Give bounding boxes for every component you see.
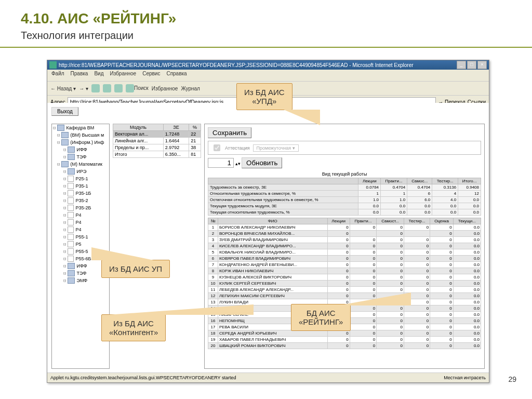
menu-item[interactable]: Справка — [166, 71, 187, 80]
forward-button[interactable]: → ▾ — [79, 86, 88, 91]
tree-item[interactable]: ⊟(ВМ) Высшая м — [52, 131, 109, 139]
tree-item[interactable]: ⊟ТЭФ — [52, 270, 109, 277]
file-icon — [68, 256, 74, 262]
tree-item[interactable]: ⊟(М) Математик — [52, 161, 109, 168]
callout-up: Из БД АИС УП — [101, 260, 170, 278]
tree-item[interactable]: ⊟Кафедра ВМ — [52, 124, 109, 131]
divider — [0, 47, 532, 48]
tree-item[interactable]: ⊟(Информ.) Инф — [52, 139, 109, 146]
menu-item[interactable]: Файл — [51, 71, 64, 80]
home-icon[interactable] — [114, 84, 123, 92]
minimize-button[interactable]: _ — [457, 61, 466, 69]
folder-icon — [68, 154, 75, 160]
window-title: http://rice:81/WEBAPP/TEACHERJOURNAL/WPS… — [59, 62, 457, 68]
file-icon — [68, 197, 74, 204]
folder-icon — [61, 139, 69, 145]
module-table[interactable]: МодульЗЕ%Векторная ал...1.724822Линейная… — [113, 124, 201, 158]
file-icon — [68, 212, 74, 218]
tree-item[interactable]: ⊟Р35-2Б — [52, 204, 109, 211]
file-icon — [68, 248, 74, 255]
tree-item[interactable]: ⊟ИФФ — [52, 262, 109, 270]
folder-icon — [68, 263, 75, 269]
menu-bar: ФайлПравкаВидИзбранноеСервисСправка — [47, 70, 489, 82]
folder-icon — [68, 270, 75, 276]
close-button[interactable]: × — [477, 61, 487, 69]
file-icon — [68, 205, 74, 211]
tree-item[interactable]: ⊟Р35-1Б — [52, 190, 109, 197]
window-titlebar[interactable]: http://rice:81/WEBAPP/TEACHERJOURNAL/WPS… — [47, 60, 489, 70]
attestation-row: Аттестация Промежуточная ▾ — [208, 141, 481, 155]
folder-icon — [61, 161, 69, 167]
journal-button[interactable]: Журнал — [181, 86, 200, 91]
callout-upd: Из БД АИС«УПД» — [236, 83, 292, 110]
status-bar: Applet ru.kgtu.creditsystem.teacherjourn… — [47, 373, 489, 382]
exit-button[interactable]: Выход — [51, 107, 78, 116]
tree-item[interactable]: ⊟Р35-2 — [52, 197, 109, 204]
tree-item[interactable]: ⊟ТЭФ — [52, 153, 109, 161]
page-input[interactable] — [208, 158, 234, 168]
file-icon — [68, 176, 74, 182]
file-icon — [68, 241, 74, 247]
file-icon — [68, 190, 74, 196]
stop-icon[interactable] — [91, 84, 100, 92]
tree-item[interactable]: ⊟Р55-1 — [52, 233, 109, 241]
tree-item[interactable]: ⊟ИРЭ — [52, 168, 109, 175]
back-button[interactable]: ← Назад ▾ — [50, 86, 76, 91]
menu-item[interactable]: Избранное — [110, 71, 136, 80]
page-number: 29 — [508, 375, 516, 383]
slide-subtitle: Технология интеграции — [0, 30, 532, 47]
save-button[interactable]: Сохранить — [208, 127, 251, 138]
file-icon — [68, 183, 74, 189]
file-icon — [68, 234, 74, 240]
tree-item[interactable]: ⊟Р4 — [52, 219, 109, 226]
detail-panel: Сохранить Аттестация Промежуточная ▾ ▴▾ … — [204, 124, 485, 369]
menu-item[interactable]: Правка — [71, 71, 88, 80]
tree-item[interactable]: ⊟Р4 — [52, 211, 109, 219]
callout-kontingent: Из БД АИС«Контингент» — [101, 314, 166, 341]
status-text: Applet ru.kgtu.creditsystem.teacherjourn… — [50, 375, 236, 380]
zone-text: Местная интрасеть — [444, 375, 486, 380]
folder-icon — [57, 125, 64, 131]
tree-item[interactable]: ⊟ИФФ — [52, 146, 109, 153]
update-button[interactable]: Обновить — [242, 157, 282, 168]
callout-rating: БД АИС«РЕЙТИНГ» — [291, 304, 351, 331]
slide-title: 4.10. АИС «РЕЙТИНГ» — [0, 0, 532, 30]
tree-item[interactable]: ⊟ЭМФ — [52, 277, 109, 284]
file-icon — [68, 227, 74, 233]
folder-icon — [68, 147, 75, 153]
tree-item[interactable]: ⊟Р35-1 — [52, 182, 109, 190]
attestation-label: Аттестация — [225, 145, 250, 151]
work-table: ЛекцииПракти...Самос...Тестир...Итого...… — [208, 178, 481, 216]
favorites-button[interactable]: Избранное — [152, 86, 178, 91]
search-button[interactable]: Поиск — [126, 84, 149, 92]
attestation-select[interactable]: Промежуточная ▾ — [253, 144, 299, 152]
menu-item[interactable]: Вид — [94, 71, 103, 80]
tree-item[interactable]: ⊟Р5 — [52, 241, 109, 248]
folder-icon — [61, 132, 69, 138]
file-icon — [68, 219, 74, 225]
ie-icon — [49, 61, 57, 69]
menu-item[interactable]: Сервис — [142, 71, 160, 80]
maximize-button[interactable]: □ — [467, 61, 476, 69]
folder-icon — [68, 277, 75, 284]
tree-item[interactable]: ⊟Р25-1 — [52, 175, 109, 182]
pager-row: ▴▾ Обновить — [208, 157, 481, 168]
attestation-checkbox[interactable] — [214, 144, 220, 151]
work-header: Вид текущей работы — [208, 171, 481, 177]
tree-item[interactable]: ⊟Р4 — [52, 226, 109, 233]
refresh-icon[interactable] — [103, 84, 111, 92]
folder-icon — [68, 168, 75, 175]
